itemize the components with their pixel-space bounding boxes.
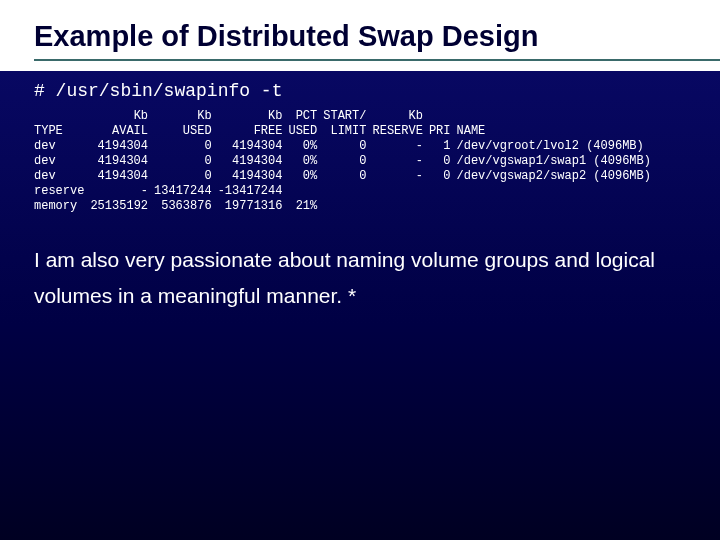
cell: 1: [429, 139, 457, 154]
table-row: reserve - 13417244 -13417244: [34, 184, 657, 199]
cell: 0: [429, 169, 457, 184]
hdr1-c0: [34, 109, 90, 124]
cell: [429, 199, 457, 214]
table-row: dev 4194304 0 4194304 0% 0 - 0 /dev/vgsw…: [34, 154, 657, 169]
content-area: # /usr/sbin/swapinfo -t Kb Kb Kb PCT STA…: [0, 71, 720, 313]
table-header-row-2: TYPE AVAIL USED FREE USED LIMIT RESERVE …: [34, 124, 657, 139]
cell: 4194304: [90, 139, 154, 154]
cell: -: [90, 184, 154, 199]
hdr1-c1: Kb: [90, 109, 154, 124]
cell: 21%: [288, 199, 323, 214]
cell: 0%: [288, 154, 323, 169]
hdr2-c2: USED: [154, 124, 218, 139]
cell: 13417244: [154, 184, 218, 199]
cell: 4194304: [218, 169, 289, 184]
cell: reserve: [34, 184, 90, 199]
cell: 0: [323, 154, 372, 169]
cell: /dev/vgroot/lvol2 (4096MB): [457, 139, 657, 154]
cell: [372, 184, 428, 199]
hdr2-c1: AVAIL: [90, 124, 154, 139]
cell: dev: [34, 154, 90, 169]
hdr1-c4: PCT: [288, 109, 323, 124]
hdr1-c3: Kb: [218, 109, 289, 124]
cell: [457, 199, 657, 214]
cell: -: [372, 154, 428, 169]
cell: 0%: [288, 139, 323, 154]
cell: 0: [429, 154, 457, 169]
body-paragraph: I am also very passionate about naming v…: [34, 242, 686, 313]
cell: 0: [154, 154, 218, 169]
cell: -: [372, 169, 428, 184]
cell: [288, 184, 323, 199]
cell: 0: [154, 139, 218, 154]
cell: /dev/vgswap2/swap2 (4096MB): [457, 169, 657, 184]
cell: 4194304: [218, 139, 289, 154]
cell: [372, 199, 428, 214]
cell: dev: [34, 169, 90, 184]
hdr1-c6: Kb: [372, 109, 428, 124]
hdr1-c5: START/: [323, 109, 372, 124]
cell: -: [372, 139, 428, 154]
hdr1-c8: [457, 109, 657, 124]
table-row: memory 25135192 5363876 19771316 21%: [34, 199, 657, 214]
hdr1-c7: [429, 109, 457, 124]
command-line: # /usr/sbin/swapinfo -t: [34, 81, 686, 101]
cell: 25135192: [90, 199, 154, 214]
swapinfo-table: Kb Kb Kb PCT START/ Kb TYPE AVAIL USED F…: [34, 109, 657, 214]
cell: dev: [34, 139, 90, 154]
title-rule: [34, 59, 720, 61]
cell: 19771316: [218, 199, 289, 214]
table-row: dev 4194304 0 4194304 0% 0 - 1 /dev/vgro…: [34, 139, 657, 154]
cell: 5363876: [154, 199, 218, 214]
table-header-row-1: Kb Kb Kb PCT START/ Kb: [34, 109, 657, 124]
hdr2-c0: TYPE: [34, 124, 90, 139]
hdr2-c3: FREE: [218, 124, 289, 139]
hdr2-c6: RESERVE: [372, 124, 428, 139]
cell: 4194304: [218, 154, 289, 169]
cell: memory: [34, 199, 90, 214]
title-block: Example of Distributed Swap Design: [0, 0, 720, 71]
cell: [429, 184, 457, 199]
cell: 4194304: [90, 169, 154, 184]
cell: [323, 199, 372, 214]
slide: Example of Distributed Swap Design # /us…: [0, 0, 720, 540]
hdr2-c5: LIMIT: [323, 124, 372, 139]
hdr2-c4: USED: [288, 124, 323, 139]
hdr1-c2: Kb: [154, 109, 218, 124]
cell: 0: [323, 169, 372, 184]
hdr2-c7: PRI: [429, 124, 457, 139]
cell: 0: [154, 169, 218, 184]
cell: -13417244: [218, 184, 289, 199]
cell: [457, 184, 657, 199]
cell: /dev/vgswap1/swap1 (4096MB): [457, 154, 657, 169]
cell: 0%: [288, 169, 323, 184]
table-row: dev 4194304 0 4194304 0% 0 - 0 /dev/vgsw…: [34, 169, 657, 184]
cell: 0: [323, 139, 372, 154]
hdr2-c8: NAME: [457, 124, 657, 139]
slide-title: Example of Distributed Swap Design: [34, 20, 720, 53]
cell: 4194304: [90, 154, 154, 169]
cell: [323, 184, 372, 199]
